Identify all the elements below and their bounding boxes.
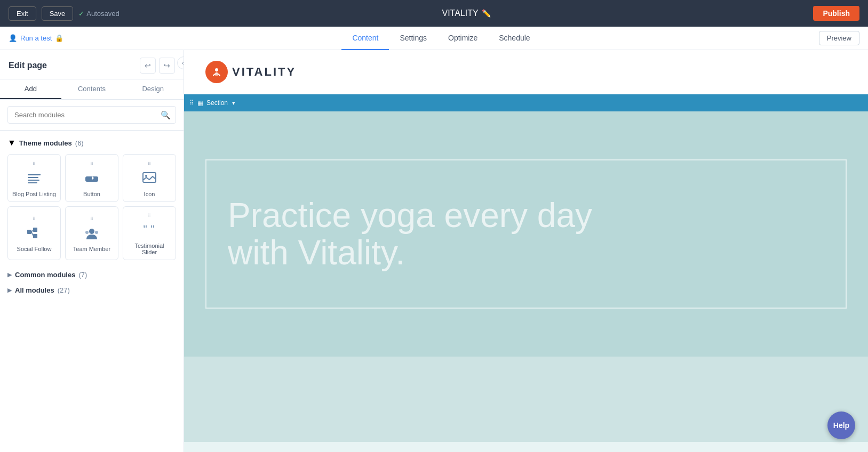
module-testimonial-slider[interactable]: ⠿ " " Testimonial Slider xyxy=(123,206,176,260)
panel-tab-contents[interactable]: Contents xyxy=(61,79,123,99)
svg-rect-0 xyxy=(28,174,41,175)
section-dropdown-icon[interactable]: ▾ xyxy=(232,100,235,107)
button-icon xyxy=(83,171,100,188)
team-member-icon xyxy=(83,225,100,243)
save-button[interactable]: Save xyxy=(42,6,74,21)
svg-rect-8 xyxy=(33,228,37,232)
svg-rect-2 xyxy=(28,180,39,181)
blog-post-listing-label: Blog Post Listing xyxy=(12,191,56,197)
left-panel-header: Edit page ↩ ↪ xyxy=(0,50,184,79)
all-modules-count: (27) xyxy=(58,286,70,294)
theme-modules-chevron: ▼ xyxy=(7,138,16,148)
page-title: VITALITY xyxy=(442,9,479,18)
all-modules-header[interactable]: ▶ All modules (27) xyxy=(7,284,176,296)
social-follow-icon xyxy=(26,225,43,243)
module-button[interactable]: ⠿ Button xyxy=(65,154,118,202)
svg-point-13 xyxy=(85,231,89,234)
svg-line-10 xyxy=(31,230,33,232)
all-modules-section: ▶ All modules (27) xyxy=(7,284,176,296)
section-layout-icon: ▦ xyxy=(197,99,203,107)
section-toolbar: ⠿ ▦ Section ▾ xyxy=(184,94,868,111)
run-test-icon: 👤 xyxy=(9,34,17,42)
undo-button[interactable]: ↩ xyxy=(140,58,156,74)
module-blog-post-listing[interactable]: ⠿ Blog Post Listing xyxy=(7,154,61,202)
exit-button[interactable]: Exit xyxy=(9,6,36,21)
publish-button[interactable]: Publish xyxy=(813,6,859,21)
autosaved-status: ✓ Autosaved xyxy=(78,10,119,18)
module-social-follow[interactable]: ⠿ Social Follow xyxy=(7,206,61,260)
common-modules-header[interactable]: ▶ Common modules (7) xyxy=(7,269,176,281)
svg-point-17 xyxy=(215,68,218,71)
autosaved-text: Autosaved xyxy=(86,10,119,18)
icon-module-icon xyxy=(141,171,158,188)
panel-tab-add[interactable]: Add xyxy=(0,79,61,99)
drag-handle-team: ⠿ xyxy=(90,216,94,221)
tab-settings[interactable]: Settings xyxy=(389,27,437,50)
team-member-label: Team Member xyxy=(73,246,110,252)
secondary-bar: 👤 Run a test 🔒 Content Settings Optimize… xyxy=(0,27,868,50)
common-modules-label: Common modules xyxy=(15,271,75,279)
hero-inner: Practice yoga every day with Vitality. xyxy=(205,159,847,309)
drag-handle-blog: ⠿ xyxy=(33,162,36,166)
theme-modules-title: Theme modules xyxy=(19,139,72,147)
help-button[interactable]: Help xyxy=(827,411,855,439)
testimonial-slider-label: Testimonial Slider xyxy=(128,243,171,255)
logo-text: VITALITY xyxy=(232,65,296,79)
autosaved-check-icon: ✓ xyxy=(78,10,84,18)
tab-optimize[interactable]: Optimize xyxy=(437,27,488,50)
drag-handle-social: ⠿ xyxy=(33,216,36,221)
all-modules-chevron-icon: ▶ xyxy=(7,287,12,294)
blog-post-listing-icon xyxy=(26,171,43,188)
svg-text:": " xyxy=(150,223,155,235)
tab-content[interactable]: Content xyxy=(341,27,389,50)
all-modules-label: All modules xyxy=(15,286,54,294)
top-bar: Exit Save ✓ Autosaved VITALITY ✏️ Publis… xyxy=(0,0,868,27)
edit-title-icon[interactable]: ✏️ xyxy=(482,9,491,18)
module-team-member[interactable]: ⠿ Team Member xyxy=(65,206,118,260)
theme-modules-header[interactable]: ▼ Theme modules (6) xyxy=(7,138,176,148)
module-icon[interactable]: ⠿ Icon xyxy=(123,154,176,202)
svg-point-12 xyxy=(89,229,94,234)
svg-text:": " xyxy=(143,223,147,235)
hero-section: Practice yoga every day with Vitality. xyxy=(184,111,868,357)
redo-button[interactable]: ↪ xyxy=(159,58,175,74)
svg-point-6 xyxy=(145,175,147,177)
left-panel: Edit page ↩ ↪ « Add Contents Design 🔍 xyxy=(0,50,184,452)
search-icon-button[interactable]: 🔍 xyxy=(161,110,171,120)
main-layout: Edit page ↩ ↪ « Add Contents Design 🔍 xyxy=(0,50,868,452)
svg-rect-1 xyxy=(28,177,38,178)
search-input[interactable] xyxy=(7,106,176,124)
top-bar-left: Exit Save ✓ Autosaved xyxy=(9,6,120,21)
logo-circle xyxy=(205,61,228,83)
section-grid-icon: ⠿ xyxy=(189,99,194,107)
top-bar-center: VITALITY ✏️ xyxy=(442,9,491,18)
run-test-link[interactable]: 👤 Run a test 🔒 xyxy=(9,34,63,42)
panel-tabs: Add Contents Design xyxy=(0,79,184,100)
theme-modules-count: (6) xyxy=(75,139,84,147)
run-test-label: Run a test xyxy=(20,34,52,42)
below-hero xyxy=(184,357,868,442)
preview-button[interactable]: Preview xyxy=(819,31,859,45)
drag-handle-button: ⠿ xyxy=(90,162,94,166)
theme-modules-grid: ⠿ Blog Post Listing ⠿ xyxy=(7,154,176,260)
svg-rect-3 xyxy=(28,182,37,183)
svg-rect-7 xyxy=(27,230,31,234)
logo-bar: VITALITY xyxy=(184,50,868,94)
panel-tab-design[interactable]: Design xyxy=(122,79,184,99)
icon-module-label: Icon xyxy=(144,191,155,197)
main-tabs: Content Settings Optimize Schedule xyxy=(341,27,540,50)
tab-schedule[interactable]: Schedule xyxy=(488,27,540,50)
common-modules-section: ▶ Common modules (7) xyxy=(7,269,176,281)
social-follow-label: Social Follow xyxy=(17,246,52,252)
drag-handle-icon: ⠿ xyxy=(148,162,152,166)
svg-point-14 xyxy=(95,231,98,234)
search-input-wrap: 🔍 xyxy=(7,106,176,124)
search-icon: 🔍 xyxy=(161,110,171,119)
svg-line-11 xyxy=(31,232,33,236)
drag-handle-testimonial: ⠿ xyxy=(148,213,152,218)
common-modules-count: (7) xyxy=(78,271,87,279)
content-area: VITALITY ⠿ ▦ Section ▾ Practice yoga eve… xyxy=(184,50,868,452)
hero-text: Practice yoga every day with Vitality. xyxy=(228,197,655,272)
undo-redo-group: ↩ ↪ xyxy=(140,58,175,74)
svg-rect-9 xyxy=(33,234,37,238)
